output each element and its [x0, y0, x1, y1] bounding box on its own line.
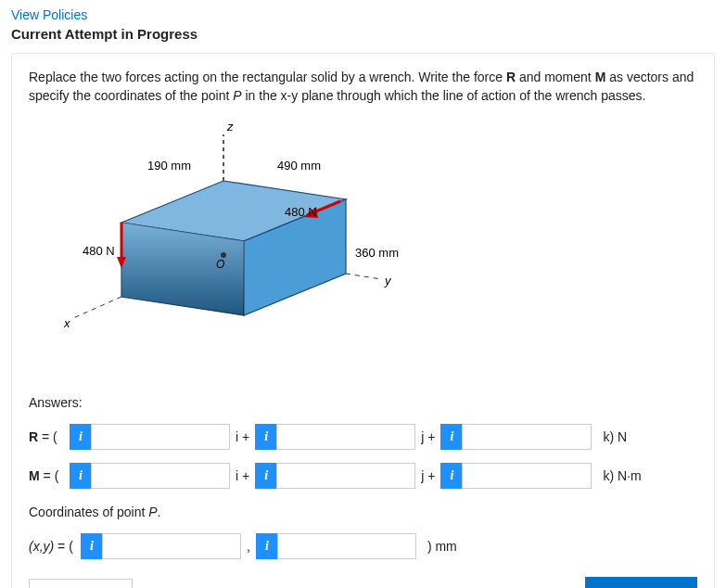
- answers-label: Answers:: [29, 395, 697, 410]
- R-label: R = (: [29, 429, 70, 444]
- y-input[interactable]: [277, 533, 416, 559]
- q-R: R: [506, 70, 516, 84]
- R-k-input[interactable]: [462, 424, 592, 450]
- info-icon[interactable]: i: [440, 463, 463, 489]
- dim-490: 490 mm: [277, 159, 321, 173]
- axis-y-label: y: [384, 274, 392, 288]
- q-text: in the x-y plane through which the line …: [242, 88, 646, 103]
- row-M: M = ( i i + i j + i k) N·m: [29, 462, 697, 490]
- j-plus-text: j +: [421, 468, 435, 483]
- info-icon[interactable]: i: [70, 463, 92, 489]
- row-xy: (x,y) = ( i , i ) mm: [29, 532, 697, 560]
- svg-line-3: [73, 297, 121, 318]
- M-j-input[interactable]: [276, 463, 415, 489]
- comma: ,: [247, 539, 250, 554]
- question-text: Replace the two forces acting on the rec…: [29, 69, 697, 105]
- j-plus-text: j +: [421, 429, 435, 444]
- force-480-left: 480 N: [83, 244, 115, 258]
- xy-unit: ) mm: [427, 539, 457, 554]
- dim-360: 360 mm: [355, 246, 399, 260]
- info-icon[interactable]: i: [256, 533, 278, 559]
- xy-label: (x,y) = (: [29, 539, 81, 554]
- R-i-input[interactable]: [91, 424, 230, 450]
- coords-label: Coordinates of point P.: [29, 505, 697, 519]
- q-text: and moment: [516, 70, 595, 84]
- question-panel: Replace the two forces acting on the rec…: [11, 53, 715, 588]
- M-i-input[interactable]: [91, 463, 230, 489]
- q-P: P: [233, 88, 241, 103]
- R-unit: k) N: [603, 429, 627, 444]
- M-label: M = (: [29, 468, 70, 483]
- info-icon[interactable]: i: [70, 424, 92, 450]
- q-M: M: [595, 70, 606, 84]
- M-unit: k) N·m: [603, 468, 641, 483]
- x-input[interactable]: [102, 533, 241, 559]
- svg-line-4: [346, 274, 381, 279]
- i-plus-text: i +: [236, 429, 249, 444]
- q-text: Replace the two forces acting on the rec…: [29, 70, 506, 84]
- dim-190: 190 mm: [147, 159, 191, 173]
- axis-x-label: x: [63, 316, 70, 330]
- axis-z-label: z: [226, 120, 234, 134]
- info-icon[interactable]: i: [440, 424, 463, 450]
- info-icon[interactable]: i: [255, 463, 277, 489]
- diagram: z x y O 190 mm 490 mm 360 mm 480 N 480 N: [38, 116, 697, 378]
- R-j-input[interactable]: [276, 424, 415, 450]
- footer: Save for Later Attempts: 0 of 5 used Sub…: [29, 577, 697, 588]
- origin-label: O: [216, 258, 224, 271]
- M-k-input[interactable]: [462, 463, 592, 489]
- save-for-later-button[interactable]: Save for Later: [29, 579, 133, 588]
- progress-title: Current Attempt in Progress: [11, 26, 715, 42]
- info-icon[interactable]: i: [81, 533, 103, 559]
- view-policies-link[interactable]: View Policies: [11, 7, 715, 22]
- submit-answer-button[interactable]: Submit Answer: [585, 577, 697, 588]
- row-R: R = ( i i + i j + i k) N: [29, 423, 697, 451]
- force-480-top: 480 N: [285, 205, 317, 219]
- info-icon[interactable]: i: [255, 424, 277, 450]
- i-plus-text: i +: [236, 468, 249, 483]
